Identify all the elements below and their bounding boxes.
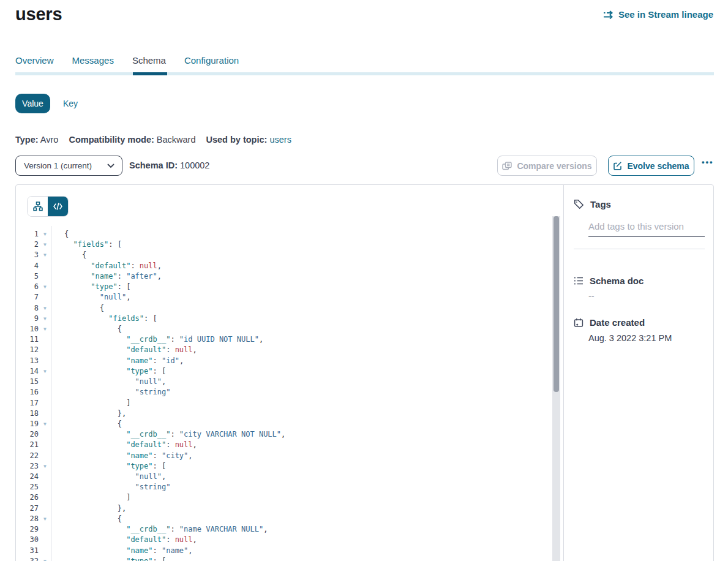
schema-view-toggle: [27, 196, 69, 217]
code-text: {: [64, 324, 122, 334]
line-number: 2: [21, 239, 39, 250]
compatibility-value: Backward: [157, 135, 196, 145]
line-number: 11: [21, 334, 39, 345]
schema-id-value: 100002: [180, 160, 209, 170]
line-number: 17: [21, 398, 39, 409]
compare-versions-button[interactable]: Compare versions: [497, 156, 597, 176]
code-text: {: [64, 229, 69, 239]
code-text: "name": "id",: [64, 356, 184, 366]
code-text: "null",: [64, 472, 166, 482]
line-number: 3: [21, 250, 39, 260]
line-number: 16: [21, 387, 39, 397]
compatibility-label: Compatibility mode:: [69, 135, 154, 145]
line-number: 19: [21, 419, 39, 429]
tab-schema[interactable]: Schema: [132, 55, 166, 66]
line-number: 15: [21, 377, 39, 387]
collapse-arrow-icon[interactable]: ▼: [43, 419, 51, 429]
collapse-arrow-icon[interactable]: ▼: [43, 229, 51, 239]
code-text: },: [64, 409, 126, 419]
line-number: 29: [21, 524, 39, 535]
code-view-button[interactable]: [48, 197, 68, 216]
line-number: 28: [21, 514, 39, 524]
code-text: ]: [64, 398, 130, 409]
tab-configuration[interactable]: Configuration: [184, 55, 239, 66]
line-number: 7: [21, 292, 39, 303]
version-select[interactable]: Version 1 (current): [15, 156, 122, 176]
line-number: 23: [21, 461, 39, 472]
code-view-icon: [53, 203, 62, 210]
line-number: 22: [21, 451, 39, 461]
schema-meta-row: Type: Avro Compatibility mode: Backward …: [15, 135, 291, 145]
more-actions-button[interactable]: •••: [702, 157, 714, 167]
line-number: 21: [21, 440, 39, 450]
type-value: Avro: [40, 135, 59, 145]
tree-view-button[interactable]: [28, 197, 48, 216]
line-number: 5: [21, 271, 39, 282]
collapse-arrow-icon[interactable]: ▼: [43, 303, 51, 314]
code-text: "name": "name",: [64, 546, 193, 556]
collapse-arrow-icon[interactable]: ▼: [43, 556, 51, 561]
line-number: 20: [21, 429, 39, 440]
code-text: {: [64, 514, 122, 524]
type-label: Type:: [15, 135, 39, 145]
code-text: },: [64, 503, 126, 514]
active-tab-indicator: [133, 72, 167, 75]
see-in-stream-lineage-link[interactable]: See in Stream lineage: [603, 9, 713, 20]
collapse-arrow-icon[interactable]: ▼: [43, 514, 51, 524]
line-number: 14: [21, 366, 39, 377]
version-select-value: Version 1 (current): [24, 161, 107, 170]
code-text: "name": "city",: [64, 451, 193, 461]
line-number: 18: [21, 409, 39, 419]
line-number: 32: [21, 556, 39, 561]
evolve-schema-button[interactable]: Evolve schema: [608, 156, 694, 176]
tab-underline-strip: [15, 72, 714, 75]
value-toggle-button[interactable]: Value: [15, 94, 50, 113]
line-number: 10: [21, 324, 39, 334]
code-text: "type": [: [64, 366, 166, 377]
line-number: 8: [21, 303, 39, 314]
tab-messages[interactable]: Messages: [72, 55, 114, 66]
collapse-arrow-icon[interactable]: ▼: [43, 324, 51, 334]
collapse-arrow-icon[interactable]: ▼: [43, 314, 51, 324]
code-text: "default": null,: [64, 440, 197, 450]
code-text: "__crdb__": "name VARCHAR NULL",: [64, 524, 268, 535]
code-text: "string": [64, 482, 170, 492]
date-created-value: Aug. 3 2022 3:21 PM: [588, 333, 672, 343]
line-number: 25: [21, 482, 39, 492]
collapse-arrow-icon[interactable]: ▼: [43, 461, 51, 472]
tab-overview[interactable]: Overview: [15, 55, 54, 66]
calendar-plus-icon: [574, 318, 584, 328]
code-text: "name": "after",: [64, 271, 162, 282]
key-toggle-button[interactable]: Key: [63, 94, 78, 113]
code-text: "type": [: [64, 556, 166, 561]
tree-view-icon: [33, 201, 43, 211]
line-number: 13: [21, 356, 39, 366]
code-text: {: [64, 303, 104, 314]
line-number: 30: [21, 535, 39, 545]
code-text: "default": null,: [64, 535, 197, 545]
collapse-arrow-icon[interactable]: ▼: [43, 282, 51, 292]
schema-id: Schema ID: 100002: [129, 160, 209, 170]
section-divider: [574, 249, 705, 249]
line-number: 31: [21, 546, 39, 556]
topic-link[interactable]: users: [269, 135, 291, 145]
code-text: "__crdb__": "city VARCHAR NOT NULL",: [64, 429, 285, 440]
code-text: {: [64, 250, 86, 260]
code-text: "type": [: [64, 282, 130, 292]
collapse-arrow-icon[interactable]: ▼: [43, 239, 51, 250]
collapse-arrow-icon[interactable]: ▼: [43, 250, 51, 260]
collapse-arrow-icon[interactable]: ▼: [43, 366, 51, 377]
line-number: 4: [21, 261, 39, 271]
code-text: "fields": [: [64, 314, 157, 324]
schema-id-label: Schema ID:: [129, 160, 178, 170]
code-text: "default": null,: [64, 261, 162, 271]
schema-panel: 1▼{2▼ "fields": [3▼ {4 "default": null,5…: [15, 184, 714, 561]
line-number: 26: [21, 492, 39, 503]
line-number: 24: [21, 472, 39, 482]
add-tags-input[interactable]: [588, 219, 705, 237]
page-title: users: [15, 4, 62, 24]
tag-icon: [574, 199, 584, 209]
scrollbar-thumb[interactable]: [554, 216, 559, 392]
code-text: "default": null,: [64, 345, 197, 355]
used-by-topic-label: Used by topic:: [206, 135, 267, 145]
